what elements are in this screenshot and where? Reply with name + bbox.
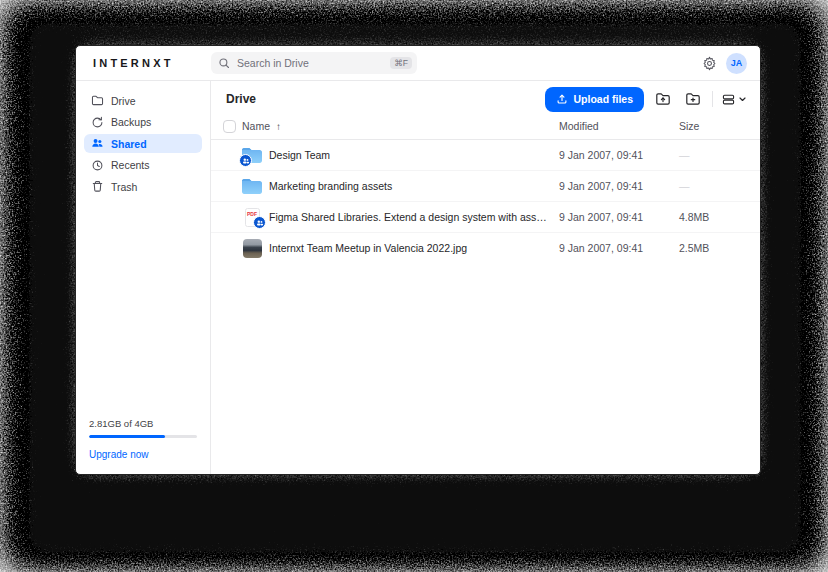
internxt-drive-window: INTERNXT ⌘F JA Drive: [75, 45, 761, 475]
table-header: Name ↑ Modified Size: [211, 113, 760, 140]
file-size: —: [679, 180, 760, 192]
file-icon: [242, 238, 262, 258]
file-icon: PDF: [242, 207, 262, 227]
sidebar-item-trash[interactable]: Trash: [84, 177, 202, 196]
backups-icon: [91, 116, 104, 129]
column-header-modified[interactable]: Modified: [559, 120, 679, 132]
sidebar: Drive Backups Shared Recents Trash 2.8: [76, 81, 211, 474]
storage-progress-fill: [89, 435, 165, 438]
list-view-icon: [721, 92, 736, 107]
upload-files-button[interactable]: Upload files: [545, 87, 644, 112]
sort-ascending-icon[interactable]: ↑: [276, 121, 281, 132]
table-row[interactable]: Design Team 9 Jan 2007, 09:41 —: [211, 140, 760, 170]
breadcrumb[interactable]: Drive: [226, 92, 256, 106]
settings-button[interactable]: [698, 52, 720, 74]
folder-icon: [91, 94, 104, 107]
file-size: —: [679, 149, 760, 161]
new-folder-button[interactable]: [682, 88, 704, 110]
shared-folder-icon: [242, 145, 262, 165]
storage-section: 2.81GB of 4GB Upgrade now: [84, 418, 202, 462]
recents-icon: [91, 159, 104, 172]
column-header-size[interactable]: Size: [679, 120, 760, 132]
file-name: Internxt Team Meetup in Valencia 2022.jp…: [269, 242, 559, 254]
file-modified: 9 Jan 2007, 09:41: [559, 242, 679, 254]
file-size: 4.8MB: [679, 211, 760, 223]
table-row[interactable]: PDF Figma Shared Libraries. Extend a des…: [211, 201, 760, 232]
shared-badge-icon: [239, 154, 252, 167]
sidebar-item-drive[interactable]: Drive: [84, 91, 202, 110]
upgrade-now-link[interactable]: Upgrade now: [89, 449, 148, 460]
folder-icon: [242, 176, 262, 196]
search-icon: [218, 57, 230, 69]
top-bar: INTERNXT ⌘F JA: [76, 46, 760, 81]
toolbar-divider: [712, 91, 713, 107]
file-name: Design Team: [269, 149, 559, 161]
file-size: 2.5MB: [679, 242, 760, 254]
file-modified: 9 Jan 2007, 09:41: [559, 149, 679, 161]
file-icon: [242, 176, 262, 196]
pdf-file-icon: PDF: [242, 207, 262, 227]
upload-folder-button[interactable]: [652, 88, 674, 110]
file-modified: 9 Jan 2007, 09:41: [559, 211, 679, 223]
column-header-name[interactable]: Name: [242, 120, 270, 132]
upload-icon: [556, 93, 568, 105]
search-input[interactable]: [235, 56, 385, 70]
select-all-checkbox[interactable]: [223, 120, 236, 133]
sidebar-nav: Drive Backups Shared Recents Trash: [84, 91, 202, 199]
folder-upload-icon: [655, 91, 671, 107]
sidebar-item-shared[interactable]: Shared: [84, 134, 202, 153]
search-shortcut-badge: ⌘F: [390, 57, 412, 70]
search-bar[interactable]: ⌘F: [211, 52, 417, 74]
chevron-down-icon: [739, 97, 746, 102]
upload-files-label: Upload files: [573, 93, 633, 105]
avatar[interactable]: JA: [726, 53, 747, 74]
storage-progress-bar: [89, 435, 197, 438]
view-mode-button[interactable]: [721, 88, 746, 110]
storage-usage-label: 2.81GB of 4GB: [89, 418, 197, 429]
file-table-body: Design Team 9 Jan 2007, 09:41 — Marketin…: [211, 140, 760, 474]
table-row[interactable]: Marketing branding assets 9 Jan 2007, 09…: [211, 170, 760, 201]
file-name: Marketing branding assets: [269, 180, 559, 192]
shared-badge-icon: [253, 216, 266, 229]
shared-icon: [91, 137, 104, 150]
gear-icon: [702, 56, 717, 71]
internxt-logo: INTERNXT: [76, 57, 211, 69]
sidebar-item-backups[interactable]: Backups: [84, 113, 202, 132]
file-modified: 9 Jan 2007, 09:41: [559, 180, 679, 192]
svg-text:PDF: PDF: [247, 210, 257, 216]
sidebar-item-recents[interactable]: Recents: [84, 156, 202, 175]
main-content: Drive Upload files: [211, 81, 760, 474]
trash-icon: [91, 180, 104, 193]
image-thumbnail: [242, 238, 262, 258]
file-icon: [242, 145, 262, 165]
drive-toolbar: Drive Upload files: [211, 81, 760, 113]
folder-plus-icon: [685, 91, 701, 107]
file-name: Figma Shared Libraries. Extend a design …: [269, 211, 559, 223]
table-row[interactable]: Internxt Team Meetup in Valencia 2022.jp…: [211, 232, 760, 263]
